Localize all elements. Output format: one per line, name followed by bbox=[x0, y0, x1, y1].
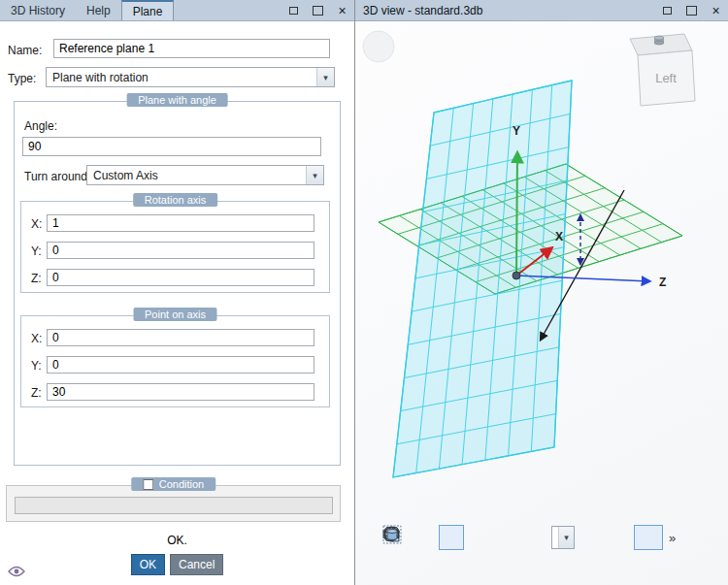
left-titlebar: 3D History Help Plane × bbox=[0, 0, 354, 21]
y-axis-label: Y bbox=[513, 124, 520, 138]
point-z-label: Z: bbox=[31, 386, 42, 400]
close-icon: × bbox=[711, 4, 719, 17]
rotation-axis-group: Rotation axis X: Y: Z: bbox=[20, 201, 330, 293]
z-axis-label: Z bbox=[659, 276, 666, 289]
close-button[interactable]: × bbox=[704, 0, 728, 20]
type-dropdown[interactable]: Plane with rotation ▾ bbox=[46, 67, 335, 87]
point-z-input[interactable] bbox=[47, 383, 314, 401]
measure-combo[interactable]: ▾ bbox=[551, 526, 575, 549]
visibility-eye-icon[interactable] bbox=[8, 566, 25, 580]
close-icon: × bbox=[338, 4, 346, 17]
angle-input[interactable] bbox=[22, 137, 321, 156]
right-titlebar: 3D view - standard.3db × bbox=[355, 0, 728, 21]
3d-viewport: Y X Z Left bbox=[355, 21, 728, 585]
rotation-y-label: Y: bbox=[31, 244, 42, 258]
angle-label: Angle: bbox=[24, 119, 57, 133]
plane-dialog-panel: 3D History Help Plane × Name: Type: Plan… bbox=[0, 0, 355, 585]
minimize-button[interactable] bbox=[655, 0, 679, 20]
viewport-panel: 3D view - standard.3db × bbox=[355, 0, 728, 585]
point-y-label: Y: bbox=[31, 359, 42, 373]
condition-checkbox[interactable] bbox=[143, 479, 153, 490]
cancel-button[interactable]: Cancel bbox=[170, 554, 223, 575]
view-mode-shaded-button[interactable] bbox=[439, 525, 464, 550]
tab-plane[interactable]: Plane bbox=[121, 0, 175, 20]
name-label: Name: bbox=[8, 44, 42, 57]
turn-around-dropdown-value: Custom Axis bbox=[87, 166, 306, 184]
chevron-down-icon[interactable]: ▾ bbox=[558, 527, 574, 548]
point-y-input[interactable] bbox=[47, 356, 314, 374]
rotation-y-input[interactable] bbox=[47, 242, 314, 259]
viewport-canvas[interactable]: Y X Z Left bbox=[355, 21, 728, 585]
chevron-down-icon[interactable]: ▾ bbox=[316, 68, 334, 86]
orbit-button[interactable] bbox=[495, 525, 520, 550]
view-mode-solid-button[interactable] bbox=[411, 525, 436, 550]
dialog-buttons: OK Cancel bbox=[0, 554, 354, 575]
reference-plane-grid bbox=[393, 81, 572, 477]
ok-button[interactable]: OK bbox=[131, 554, 165, 575]
application-window: 3D History Help Plane × Name: Type: Plan… bbox=[0, 0, 728, 585]
close-button[interactable]: × bbox=[330, 0, 354, 20]
view-cube-label: Left bbox=[655, 71, 677, 85]
rotation-axis-title: Rotation axis bbox=[133, 193, 218, 207]
rotation-z-input[interactable] bbox=[47, 269, 314, 286]
turn-around-dropdown[interactable]: Custom Axis ▾ bbox=[86, 165, 324, 185]
minimize-icon bbox=[289, 7, 298, 15]
status-text: OK. bbox=[0, 534, 354, 547]
point-on-axis-title: Point on axis bbox=[133, 308, 217, 321]
y-axis-line bbox=[516, 153, 517, 276]
turn-around-label: Turn around bbox=[24, 170, 87, 183]
right-window-buttons: × bbox=[655, 0, 728, 20]
toolbar-overflow-button[interactable]: » bbox=[666, 531, 678, 545]
maximize-button[interactable] bbox=[679, 0, 704, 20]
sphere-grid-button[interactable] bbox=[606, 525, 631, 550]
minimize-button[interactable] bbox=[281, 0, 306, 20]
condition-group: Condition bbox=[6, 485, 341, 522]
rotation-x-label: X: bbox=[31, 217, 42, 231]
minimize-icon bbox=[663, 7, 672, 15]
rotation-z-label: Z: bbox=[31, 272, 42, 285]
cylinder-clip-icon bbox=[382, 525, 402, 544]
viewport-title: 3D view - standard.3db bbox=[355, 0, 482, 20]
chevron-down-icon[interactable]: ▾ bbox=[306, 166, 323, 184]
plane-with-angle-group: Plane with angle Angle: Turn around Cust… bbox=[14, 101, 341, 466]
plane-with-angle-title: Plane with angle bbox=[126, 93, 228, 107]
condition-input[interactable] bbox=[15, 497, 333, 514]
clip-view-button[interactable] bbox=[634, 525, 663, 550]
zoom-button[interactable] bbox=[467, 525, 492, 550]
navigation-sphere[interactable] bbox=[363, 31, 394, 62]
view-cube[interactable]: Left bbox=[630, 34, 695, 106]
tab-3d-history[interactable]: 3D History bbox=[0, 0, 76, 20]
point-x-input[interactable] bbox=[47, 329, 314, 346]
view-cube-cylinder-icon bbox=[654, 36, 664, 45]
name-input[interactable] bbox=[53, 39, 330, 58]
rotate-view-button[interactable] bbox=[523, 525, 548, 550]
x-axis-label: X bbox=[555, 230, 563, 244]
tab-help[interactable]: Help bbox=[76, 0, 121, 20]
origin-point bbox=[513, 272, 520, 279]
ruler-button[interactable] bbox=[578, 525, 603, 550]
maximize-icon bbox=[313, 6, 323, 16]
type-dropdown-value: Plane with rotation bbox=[47, 68, 316, 86]
point-on-axis-group: Point on axis X: Y: Z: bbox=[20, 315, 330, 407]
viewport-toolbar: ▾ bbox=[382, 525, 678, 550]
rotation-x-input[interactable] bbox=[47, 214, 314, 232]
maximize-button[interactable] bbox=[306, 0, 330, 20]
type-label: Type: bbox=[8, 72, 36, 85]
condition-header: Condition bbox=[131, 477, 215, 491]
left-window-buttons: × bbox=[281, 0, 354, 20]
maximize-icon bbox=[686, 6, 697, 16]
point-x-label: X: bbox=[31, 332, 42, 345]
condition-title: Condition bbox=[159, 478, 204, 490]
